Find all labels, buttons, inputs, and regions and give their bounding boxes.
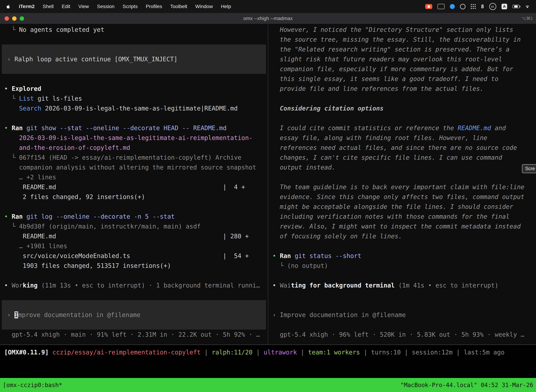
- zoom-button[interactable]: [20, 16, 24, 21]
- screen-recording-stop-icon[interactable]: [425, 4, 432, 9]
- apple-menu-icon[interactable]: [6, 4, 11, 9]
- terminal-line: [0, 290, 268, 300]
- terminal-line: • Working (11m 13s • esc to interrupt) ·…: [0, 280, 268, 290]
- terminal-line: [2, 64, 266, 74]
- terminal-line: › Improve documentation in @filename: [268, 310, 536, 320]
- terminal-line: gpt-5.4 xhigh · 96% left · 520K in · 5.8…: [268, 330, 536, 340]
- terminal-line: [268, 290, 536, 300]
- terminal-line: [268, 113, 536, 123]
- blue-app-icon[interactable]: [450, 4, 455, 9]
- window-hotkey-indicator: ⌥⌘1: [522, 16, 533, 21]
- terminal-line: [0, 202, 268, 212]
- terminal-line: [2, 44, 266, 54]
- terminal-pane-right[interactable]: However, I noticed the "Directory Struct…: [268, 24, 536, 344]
- screen: iTerm2 Shell Edit View Session Scripts P…: [0, 0, 536, 392]
- terminal-line: However, I noticed the "Directory Struct…: [268, 25, 536, 35]
- terminal-line: └ No agents completed yet: [0, 25, 268, 35]
- terminal-line: [2, 320, 266, 330]
- terminal-line: └ 4b9d30f (origin/main, instructkr/main,…: [0, 221, 268, 231]
- menu-item-window[interactable]: Window: [195, 4, 213, 9]
- terminal-line: companion file, especially if more comme…: [268, 64, 536, 74]
- terminal-line: [2, 300, 266, 310]
- terminal: └ No agents completed yet› Ralph loop ac…: [0, 24, 536, 345]
- terminal-line: The team guideline is to back every impo…: [268, 182, 536, 192]
- bottom-spacer: [0, 360, 536, 378]
- terminal-line: of focusing solely on file lines.: [268, 231, 536, 241]
- terminal-line: [268, 241, 536, 251]
- window-titlebar[interactable]: omx --xhigh --madmax ⌥⌘1: [0, 13, 536, 24]
- terminal-line: review. Also, I might want to inspect th…: [268, 221, 536, 231]
- terminal-line: [0, 74, 268, 84]
- terminal-line: › Improve documentation in @filename: [2, 310, 266, 320]
- terminal-line: changes, I can't cite specific file line…: [268, 153, 536, 163]
- terminal-line: this single essay, it seems like a good …: [268, 74, 536, 84]
- keyboard-icon[interactable]: [438, 4, 445, 9]
- terminal-line: [268, 320, 536, 330]
- minimize-button[interactable]: [12, 16, 17, 21]
- terminal-line: [0, 113, 268, 123]
- menu-item-help[interactable]: Help: [221, 4, 231, 9]
- terminal-line: the "Related research writing" section i…: [268, 44, 536, 54]
- apps-grid-icon[interactable]: [471, 4, 476, 9]
- terminal-line: • Ran git log --oneline --decorate -n 5 …: [0, 212, 268, 221]
- battery-icon[interactable]: [512, 5, 519, 8]
- screen-overlay-button[interactable]: Scre: [522, 164, 536, 173]
- terminal-line: [0, 35, 268, 44]
- terminal-line: … +2 lines: [0, 172, 268, 182]
- terminal-line: companion analysis without altering the …: [0, 163, 268, 172]
- terminal-line: gpt-5.4 xhigh · main · 91% left · 2.31M …: [0, 330, 268, 340]
- terminal-line: Considering citation options: [268, 103, 536, 113]
- terminal-line: [268, 271, 536, 280]
- terminal-line: [0, 271, 268, 280]
- menu-item-edit[interactable]: Edit: [62, 4, 70, 9]
- terminal-line: [268, 172, 536, 182]
- terminal-line: [268, 300, 536, 310]
- terminal-line: references need actual files, and since …: [268, 143, 536, 153]
- terminal-line: 2026-03-09-is-legal-the-same-as-legitima…: [0, 133, 268, 143]
- terminal-line: › Ralph loop active continue [OMX_TMUX_I…: [2, 54, 266, 64]
- terminal-line: [268, 93, 536, 103]
- menu-bar: iTerm2 Shell Edit View Session Scripts P…: [0, 0, 536, 13]
- window-title: omx --xhigh --madmax: [243, 16, 293, 21]
- menu-left: iTerm2 Shell Edit View Session Scripts P…: [6, 4, 231, 9]
- tmux-session-window: [omx-cczip0:bash*: [3, 382, 62, 388]
- terminal-pane-left[interactable]: └ No agents completed yet› Ralph loop ac…: [0, 24, 268, 344]
- menu-item-view[interactable]: View: [78, 4, 89, 9]
- terminal-line: Search 2026-03-09-is-legal-the-same-as-l…: [0, 103, 268, 113]
- menu-item-toolbelt[interactable]: Toolbelt: [170, 4, 187, 9]
- wifi-icon[interactable]: [525, 5, 530, 9]
- menu-item-iterm2[interactable]: iTerm2: [19, 4, 35, 9]
- inject-banner: › Ralph loop active continue [OMX_TMUX_I…: [2, 44, 266, 74]
- tmux-host-clock: "MacBook-Pro-44.local" 04:52 31-Mar-26: [400, 382, 533, 388]
- input-source-icon[interactable]: A: [502, 4, 507, 9]
- terminal-line: … +1901 lines: [0, 241, 268, 251]
- terminal-line: output instead.: [268, 163, 536, 172]
- traffic-lights: [5, 13, 24, 24]
- battery-gauge-icon[interactable]: 61: [489, 3, 496, 10]
- terminal-line: evidence. Since this change only affects…: [268, 192, 536, 202]
- terminal-line: src/voice/voiceModeEnabled.ts | 54 +: [0, 251, 268, 261]
- close-button[interactable]: [5, 16, 9, 21]
- menu-item-session[interactable]: Session: [97, 4, 115, 9]
- menu-status-icons: 8 61 A: [425, 3, 530, 10]
- menu-item-profiles[interactable]: Profiles: [146, 4, 162, 9]
- terminal-line: 1903 files changed, 513517 insertions(+): [0, 261, 268, 271]
- menu-item-scripts[interactable]: Scripts: [123, 4, 138, 9]
- terminal-line: └ 067f154 (HEAD -> essay/ai-reimplementa…: [0, 153, 268, 163]
- terminal-line: └ List git ls-files: [0, 93, 268, 103]
- terminal-line: • Ran git show --stat --oneline --decora…: [0, 123, 268, 133]
- prompt-input[interactable]: › Improve documentation in @filename: [2, 300, 266, 330]
- terminal-line: README.md | 4 +: [0, 182, 268, 192]
- circle-app-icon[interactable]: [460, 4, 465, 9]
- terminal-line: • Explored: [0, 84, 268, 93]
- terminal-line: essay file, along with finding root file…: [268, 133, 536, 143]
- terminal-line: └ (no output): [268, 261, 536, 271]
- menu-item-shell[interactable]: Shell: [43, 4, 54, 9]
- terminal-line: provide file and line references from th…: [268, 84, 536, 93]
- tmux-status-bar: [omx-cczip0:bash* "MacBook-Pro-44.local"…: [0, 378, 536, 392]
- terminal-line: and-the-erosion-of-copyleft.md: [0, 143, 268, 153]
- app-icon-8[interactable]: 8: [481, 4, 484, 9]
- omx-status-bar: [OMX#0.11.9] cczip/essay/ai-reimplementa…: [0, 345, 536, 360]
- terminal-line: 2 files changed, 92 insertions(+): [0, 192, 268, 202]
- terminal-line: might be acceptable alongside the file l…: [268, 202, 536, 212]
